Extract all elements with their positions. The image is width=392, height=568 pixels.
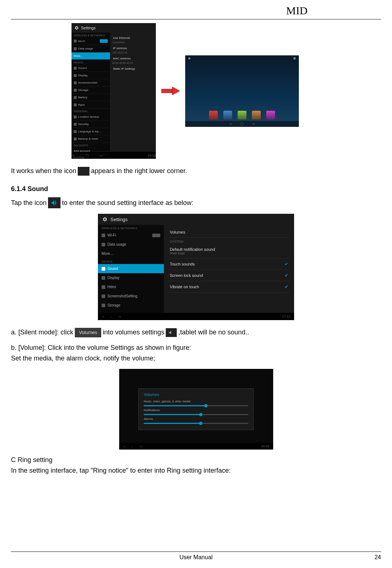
alarm-slider-label: Alarms: [144, 417, 248, 421]
page-number: 24: [366, 554, 381, 561]
doc-header-title: MID: [213, 0, 381, 19]
storage-icon: [74, 89, 77, 92]
ss1-item-display[interactable]: Display: [72, 72, 110, 79]
ss1-item-wifi[interactable]: Wi-Fi: [72, 37, 110, 45]
gear-icon: [74, 26, 79, 30]
ss1-item-data[interactable]: Data usage: [72, 45, 110, 52]
home-icon[interactable]: ◯: [85, 154, 89, 157]
ss1-section-system: SYSTEM: [72, 155, 110, 159]
dock-icon-3[interactable]: [238, 111, 246, 120]
recent-icon[interactable]: ▭: [100, 154, 103, 157]
back-icon[interactable]: ◅: [102, 315, 104, 318]
dock-icon-4[interactable]: [252, 111, 261, 120]
back-icon[interactable]: ◅: [229, 122, 231, 125]
wifi-icon: [74, 40, 77, 43]
ss1-item-screenshot[interactable]: ScreenshotSet: [72, 79, 110, 87]
sss-item-sound[interactable]: Sound: [98, 264, 164, 273]
sss-item-wifi[interactable]: Wi-Fi: [98, 231, 164, 240]
sss-right-touch[interactable]: Touch sounds✔: [168, 259, 290, 270]
sss-item-storage[interactable]: Storage: [98, 301, 164, 310]
ssv-time: 09:46: [261, 444, 270, 448]
hdmi-icon: [102, 285, 105, 289]
sss-right-system: SYSTEM: [168, 238, 290, 244]
back-icon[interactable]: ◅: [123, 444, 125, 448]
google-hint[interactable]: ⊕: [188, 57, 191, 62]
sss-right-vibrate[interactable]: Vibrate on touch✔: [168, 281, 290, 293]
recent-icon[interactable]: ▭: [118, 315, 121, 318]
sss-right-notif[interactable]: Default notification sound Pixie Dust: [168, 244, 290, 259]
volume-dialog-title: Volumes: [144, 392, 248, 397]
ss1-item-sound[interactable]: Sound: [72, 65, 110, 72]
sss-section-wireless: WIRELESS & NETWORKS: [98, 225, 164, 231]
notif-slider[interactable]: [144, 414, 248, 415]
ss1-item-language[interactable]: Language & inp...: [72, 128, 110, 135]
volume-dialog: Volumes Music, video, games, & other med…: [138, 388, 254, 430]
language-icon: [74, 130, 77, 133]
ss1-item-apps[interactable]: Apps: [72, 101, 110, 109]
dock-icon-5[interactable]: [266, 111, 275, 120]
red-arrow-icon: [161, 85, 180, 96]
ss1-item-more[interactable]: More...: [72, 52, 110, 60]
footer-center: User Manual: [26, 554, 366, 561]
ss1-item-security[interactable]: Security: [72, 121, 110, 128]
ss1-item-battery[interactable]: Battery: [72, 94, 110, 101]
ss1-right-ethernet[interactable]: Use Ethernet: [112, 35, 154, 41]
battery-icon: [74, 96, 77, 99]
apps-icon: [74, 103, 77, 106]
screenshot-icon: [74, 81, 77, 84]
settings-screenshot: Settings WIRELESS & NETWORKS Wi-Fi Data …: [72, 23, 156, 159]
sss-titlebar: Settings: [98, 214, 294, 225]
mute-icon: [166, 328, 177, 337]
media-slider[interactable]: [144, 405, 248, 406]
sss-item-screenshot[interactable]: ScreenshotSetting: [98, 292, 164, 301]
home-icon[interactable]: ⌂: [131, 444, 133, 448]
display-icon: [102, 276, 105, 280]
homescreen-screenshot: ⊕ ⊞ ◅ ◯ ▭: [185, 55, 299, 127]
svg-marker-1: [172, 87, 180, 95]
footer-rule: [11, 551, 381, 552]
ss1-right-mac: MAC address: [112, 55, 154, 62]
sss-right-lock[interactable]: Screen lock sound✔: [168, 270, 290, 281]
sss-item-data[interactable]: Data usage: [98, 240, 164, 249]
screenshot-icon: [102, 294, 105, 298]
svg-rect-0: [161, 89, 172, 93]
ss1-item-location[interactable]: Location access: [72, 113, 110, 121]
page-footer: User Manual 24: [11, 551, 381, 561]
wifi-toggle[interactable]: [152, 234, 160, 237]
dock-icon-2[interactable]: [223, 111, 232, 120]
para-tap-icon: Tap the icon to enter the sound setting …: [11, 197, 381, 208]
home-icon[interactable]: ⌂: [110, 315, 112, 318]
recent-icon[interactable]: ▭: [139, 444, 143, 448]
sss-item-hdmi[interactable]: Hdmi: [98, 282, 164, 292]
back-icon[interactable]: ◅: [72, 154, 74, 157]
apps-grid-icon[interactable]: ⊞: [293, 57, 296, 62]
ss1-item-backup[interactable]: Backup & reset: [72, 135, 110, 143]
dock-icon-1[interactable]: [209, 111, 218, 120]
recent-icon[interactable]: ▭: [252, 122, 255, 125]
ss1-right-staticip[interactable]: Static IP Settings: [112, 66, 154, 72]
header-rule: [11, 19, 381, 19]
heading-sound: 6.1.4 Sound: [11, 185, 381, 193]
sss-title: Settings: [110, 217, 128, 222]
para-ring-body: In the setting interface, tap "Ring noti…: [11, 466, 381, 476]
home-icon[interactable]: ◯: [240, 122, 243, 125]
para-volume-b: b. [Volume]: Click into the volume Setti…: [11, 343, 381, 353]
ss2-dock: [209, 111, 275, 120]
check-icon: ✔: [285, 284, 288, 289]
ss1-section-device: DEVICE: [72, 60, 110, 65]
sss-item-more[interactable]: More...: [98, 249, 164, 258]
ss1-item-storage[interactable]: Storage: [72, 87, 110, 94]
ss1-item-addaccount[interactable]: Add account: [72, 147, 110, 155]
sound-icon: [102, 267, 105, 271]
ethernet-icon: [78, 167, 89, 176]
sss-right-volumes[interactable]: Volumes: [168, 227, 290, 238]
data-icon: [102, 243, 105, 246]
ss1-right-pane: Use Ethernet Connected IP address 192.16…: [110, 33, 156, 151]
sss-left-pane: WIRELESS & NETWORKS Wi-Fi Data usage Mor…: [98, 225, 164, 313]
sss-item-display[interactable]: Display: [98, 273, 164, 282]
alarm-slider[interactable]: [144, 423, 248, 424]
ss1-right-ip: IP address: [112, 45, 154, 51]
wifi-toggle[interactable]: [100, 39, 108, 43]
sound-settings-icon: [48, 197, 61, 208]
sss-right-pane: Volumes SYSTEM Default notification soun…: [164, 225, 294, 313]
